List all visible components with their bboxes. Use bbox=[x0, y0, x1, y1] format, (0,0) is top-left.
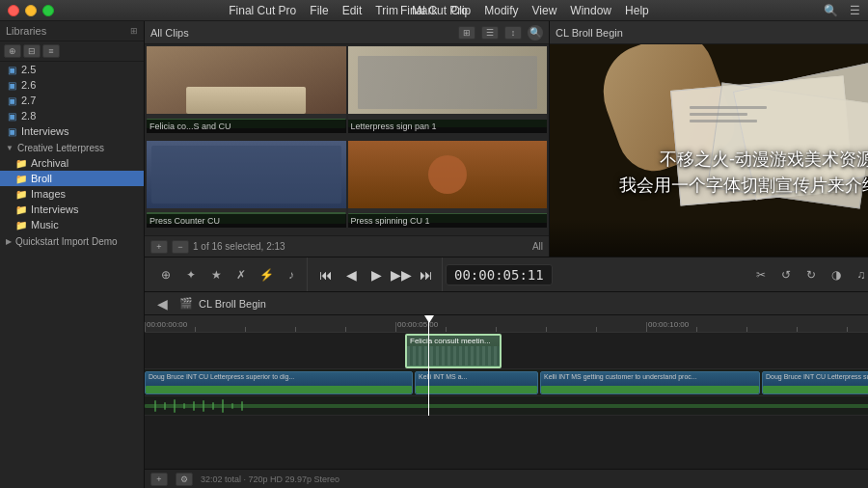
svg-rect-10 bbox=[203, 400, 204, 412]
traffic-lights[interactable] bbox=[8, 5, 54, 16]
sidebar-icon-btn-2[interactable]: ⊟ bbox=[23, 44, 41, 58]
clip-item-letterpress[interactable]: Letterpress sign pan 1 bbox=[348, 46, 548, 133]
timeline-body[interactable]: 00:00:00:00 00:00:05:00 00:00:10:00 00:0… bbox=[145, 315, 868, 469]
waveform-track bbox=[145, 396, 868, 416]
menu-help[interactable]: Help bbox=[625, 4, 649, 17]
timeline-settings-btn[interactable]: ⚙ bbox=[176, 473, 193, 486]
sidebar-item-images[interactable]: 📁 Images bbox=[0, 186, 144, 202]
svg-rect-11 bbox=[212, 402, 214, 410]
clip-thumbnail bbox=[147, 141, 346, 208]
timeline-title: CL Broll Begin bbox=[199, 298, 266, 310]
menu-window[interactable]: Window bbox=[570, 4, 611, 17]
clip-count: 1 of 16 selected, 2:13 bbox=[193, 241, 285, 252]
timeline-back-btn[interactable]: ◀ bbox=[150, 292, 174, 315]
clip-item-felicia[interactable]: Felicia co...S and CU bbox=[147, 46, 346, 133]
import-btn[interactable]: ⊕ bbox=[154, 263, 177, 286]
search-btn[interactable]: 🔍 bbox=[528, 25, 543, 41]
audio-clip-3[interactable]: Kelli INT MS getting customer to underst… bbox=[540, 371, 760, 394]
preview-title: CL Broll Begin bbox=[556, 27, 623, 39]
creative-letterpress-label: Creative Letterpress bbox=[17, 143, 104, 153]
sidebar: Libraries ⊞ ⊕ ⊟ ≡ ▣ 2.5 ▣ 2.6 ▣ 2.7 ▣ 2.… bbox=[0, 21, 145, 488]
clip-item-press-spinning[interactable]: Press spinning CU 1 bbox=[348, 141, 548, 228]
clip-item-press-counter[interactable]: Press Counter CU bbox=[147, 141, 346, 228]
all-label: All bbox=[532, 241, 543, 252]
timecode-display[interactable]: 00:00:05:11 bbox=[446, 264, 553, 285]
favorite-btn[interactable]: ★ bbox=[204, 263, 228, 286]
audio-enhance-btn[interactable]: ♪ bbox=[280, 263, 303, 286]
tracks-container: Felicia consult meetin... Doug Bruce INT… bbox=[145, 333, 868, 416]
sidebar-item-2-6[interactable]: ▣ 2.6 bbox=[0, 77, 144, 93]
audio-btn[interactable]: ♫ bbox=[850, 263, 868, 286]
remove-clip-btn[interactable]: − bbox=[172, 240, 189, 254]
sidebar-item-2-8[interactable]: ▣ 2.8 bbox=[0, 108, 144, 123]
auto-enhance-btn[interactable]: ⚡ bbox=[255, 263, 278, 286]
skip-forward-btn[interactable]: ⏭ bbox=[415, 263, 438, 286]
audio-clip-2-label: Kelli INT MS a... bbox=[416, 372, 537, 381]
minimize-button[interactable] bbox=[25, 5, 37, 16]
menu-view[interactable]: View bbox=[532, 4, 557, 17]
menu-edit[interactable]: Edit bbox=[342, 4, 363, 17]
video-simulation bbox=[550, 44, 868, 257]
sort-btn[interactable]: ↕ bbox=[504, 26, 522, 40]
play-forward-btn[interactable]: ▶▶ bbox=[390, 263, 413, 286]
quickstart-label: Quickstart Import Demo bbox=[15, 236, 118, 247]
add-clip-btn[interactable]: + bbox=[150, 240, 168, 254]
folder-icon: ▣ bbox=[6, 125, 17, 137]
menu-modify[interactable]: Modify bbox=[484, 4, 518, 17]
list-btn[interactable]: ☰ bbox=[481, 26, 499, 40]
svg-rect-9 bbox=[193, 401, 195, 411]
expand-icon: ▶ bbox=[6, 237, 12, 246]
window-title: Final Cut Pro bbox=[400, 4, 468, 17]
sidebar-icon-btn-3[interactable]: ≡ bbox=[42, 44, 60, 58]
audio-clip-4[interactable]: Doug Bruce INT CU Letterpress superior t… bbox=[762, 371, 868, 394]
clip-thumbnail bbox=[147, 46, 346, 114]
audio-clip-2[interactable]: Kelli INT MS a... bbox=[415, 371, 538, 394]
svg-rect-6 bbox=[164, 402, 166, 410]
menu-file[interactable]: File bbox=[310, 4, 328, 17]
play-reverse-btn[interactable]: ◀ bbox=[339, 263, 363, 286]
reject-btn[interactable]: ✗ bbox=[230, 263, 253, 286]
audio-clip-3-label: Kelli INT MS getting customer to underst… bbox=[541, 372, 759, 381]
skip-back-btn[interactable]: ⏮ bbox=[314, 263, 338, 286]
sidebar-item-creative-letterpress[interactable]: ▼ Creative Letterpress bbox=[0, 139, 144, 155]
audio-clip-1[interactable]: Doug Bruce INT CU Letterpress superior t… bbox=[145, 371, 413, 394]
svg-rect-4 bbox=[145, 404, 868, 408]
timeline-header: ◀ 🎬 CL Broll Begin − + bbox=[145, 292, 868, 315]
undo-btn[interactable]: ↺ bbox=[774, 263, 798, 286]
folder-icon: 📁 bbox=[15, 157, 27, 169]
svg-rect-7 bbox=[174, 399, 176, 413]
clip-grid: Felicia co...S and CU Let bbox=[145, 44, 549, 235]
redo-btn[interactable]: ↻ bbox=[800, 263, 823, 286]
menu-trim[interactable]: Trim bbox=[375, 4, 398, 17]
timeline-footer: + ⚙ 32:02 total · 720p HD 29.97p Stereo bbox=[145, 469, 868, 488]
film-icon: 🎬 bbox=[179, 297, 193, 310]
play-btn[interactable]: ▶ bbox=[365, 263, 388, 286]
sidebar-item-interviews-top[interactable]: ▣ Interviews bbox=[0, 123, 144, 139]
menu-app[interactable]: Final Cut Pro bbox=[229, 4, 296, 17]
filter-btn[interactable]: ⊞ bbox=[458, 26, 475, 40]
color-btn[interactable]: ◑ bbox=[825, 263, 848, 286]
blade-tool-btn[interactable]: ✂ bbox=[749, 263, 773, 286]
timeline-add-btn[interactable]: + bbox=[150, 473, 168, 486]
sidebar-item-2-5[interactable]: ▣ 2.5 bbox=[0, 62, 144, 77]
folder-icon: 📁 bbox=[15, 188, 27, 200]
sidebar-item-2-7[interactable]: ▣ 2.7 bbox=[0, 93, 144, 108]
close-button[interactable] bbox=[8, 5, 19, 16]
sidebar-item-archival[interactable]: 📁 Archival bbox=[0, 155, 144, 171]
maximize-button[interactable] bbox=[42, 5, 54, 16]
preview-panel: CL Broll Begin ⟨| ▶ |⟩ 40% ▼ View bbox=[550, 21, 868, 257]
sidebar-icon-btn-1[interactable]: ⊕ bbox=[4, 44, 21, 58]
clip-label: Press spinning CU 1 bbox=[348, 214, 548, 228]
top-panels: All Clips ⊞ ☰ ↕ 🔍 bbox=[145, 21, 868, 258]
sidebar-item-quickstart[interactable]: ▶ Quickstart Import Demo bbox=[0, 232, 144, 249]
browser-header: All Clips ⊞ ☰ ↕ 🔍 bbox=[145, 21, 549, 44]
sidebar-item-interviews-cl[interactable]: 📁 Interviews bbox=[0, 202, 144, 217]
keyword-btn[interactable]: ✦ bbox=[179, 263, 203, 286]
preview-header: CL Broll Begin ⟨| ▶ |⟩ 40% ▼ View bbox=[550, 21, 868, 44]
audio-clip-4-label: Doug Bruce INT CU Letterpress superior t… bbox=[763, 372, 868, 381]
playhead[interactable] bbox=[428, 315, 429, 416]
sidebar-item-music[interactable]: 📁 Music bbox=[0, 217, 144, 232]
highlighted-clip[interactable]: Felicia consult meetin... bbox=[405, 334, 502, 368]
sidebar-item-broll[interactable]: 📁 Broll bbox=[0, 171, 144, 186]
timeline-area: ◀ 🎬 CL Broll Begin − + 00:00:00:00 00:00… bbox=[145, 292, 868, 488]
